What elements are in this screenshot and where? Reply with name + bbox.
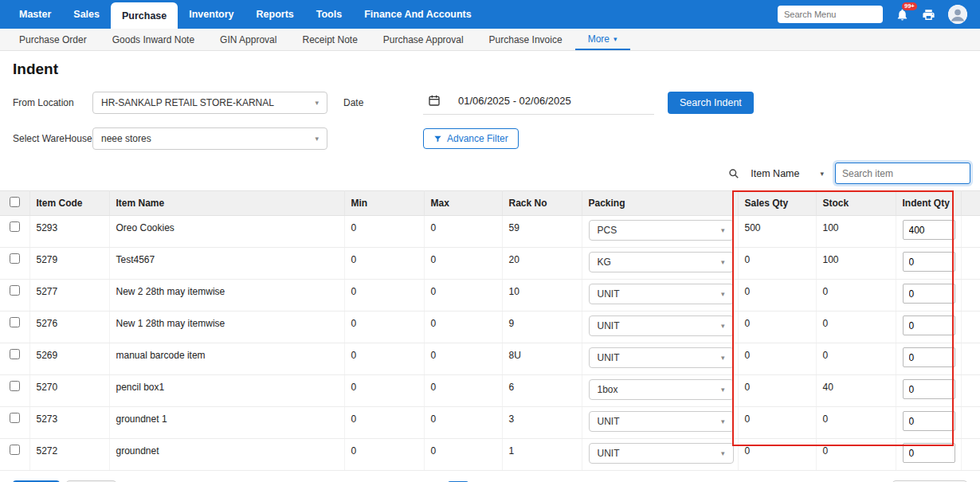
max-cell: 0 xyxy=(424,343,502,375)
notification-badge: 99+ xyxy=(902,2,917,11)
subnav-item-purchase-order[interactable]: Purchase Order xyxy=(6,29,100,50)
rack-no-cell: 9 xyxy=(502,312,582,343)
min-cell: 0 xyxy=(344,216,424,248)
min-cell: 0 xyxy=(344,248,424,280)
packing-value: UNIT xyxy=(598,352,620,363)
advance-filter-button[interactable]: Advance Filter xyxy=(423,128,519,149)
indent-qty-input[interactable] xyxy=(903,284,955,304)
stock-cell: 40 xyxy=(816,375,896,407)
subnav-item-label: Purchase Invoice xyxy=(489,34,563,45)
search-indent-button[interactable]: Search Indent xyxy=(668,92,754,114)
from-location-value: HR-SANKALP RETAIL STORE-KARNAL xyxy=(101,97,274,108)
column-header-item-name: Item Name xyxy=(109,191,344,216)
column-header-sales-qty: Sales Qty xyxy=(738,191,816,216)
from-location-select[interactable]: HR-SANKALP RETAIL STORE-KARNAL ▾ xyxy=(92,92,327,114)
indent-qty-input[interactable] xyxy=(903,347,955,367)
packing-value: 1box xyxy=(598,384,618,395)
filter-row-warehouse: Select WareHouse neee stores ▾ Advance F… xyxy=(13,127,967,150)
packing-select[interactable]: UNIT▾ xyxy=(589,443,734,464)
print-button[interactable] xyxy=(922,8,935,22)
row-spacer-cell xyxy=(961,312,980,343)
avatar[interactable] xyxy=(948,5,967,24)
chevron-down-icon: ▾ xyxy=(315,135,319,143)
subnav-item-receipt-note[interactable]: Receipt Note xyxy=(289,29,370,50)
row-checkbox[interactable] xyxy=(10,381,20,391)
indent-qty-input[interactable] xyxy=(903,252,955,272)
packing-select[interactable]: UNIT▾ xyxy=(589,411,734,432)
rack-no-cell: 59 xyxy=(502,216,582,248)
table-header-row: Item CodeItem NameMinMaxRack NoPackingSa… xyxy=(0,191,980,216)
subnav-item-purchase-invoice[interactable]: Purchase Invoice xyxy=(476,29,575,50)
rack-no-cell: 8U xyxy=(502,343,582,375)
row-checkbox[interactable] xyxy=(10,317,20,327)
item-code-cell: 5293 xyxy=(29,216,109,248)
row-checkbox[interactable] xyxy=(10,445,20,455)
select-all-checkbox[interactable] xyxy=(10,197,20,207)
top-navigation-bar: MasterSalesPurchaseInventoryReportsTools… xyxy=(0,0,980,29)
row-spacer-cell xyxy=(961,343,980,375)
topnav-item-master[interactable]: Master xyxy=(8,0,62,29)
chevron-down-icon: ▾ xyxy=(820,170,824,178)
min-cell: 0 xyxy=(344,343,424,375)
warehouse-label: Select WareHouse xyxy=(13,133,92,144)
rack-no-cell: 20 xyxy=(502,248,582,280)
subnav-item-purchase-approval[interactable]: Purchase Approval xyxy=(370,29,476,50)
subnav-item-label: GIN Approval xyxy=(220,34,276,45)
subnav-item-more[interactable]: More▾ xyxy=(575,29,630,50)
packing-value: UNIT xyxy=(598,448,620,459)
indent-qty-input[interactable] xyxy=(903,220,955,240)
topnav-item-inventory[interactable]: Inventory xyxy=(178,0,245,29)
subnav-item-goods-inward-note[interactable]: Goods Inward Note xyxy=(100,29,207,50)
packing-select[interactable]: UNIT▾ xyxy=(589,347,734,368)
row-checkbox[interactable] xyxy=(10,413,20,423)
topnav-item-purchase[interactable]: Purchase xyxy=(111,2,178,29)
warehouse-select[interactable]: neee stores ▾ xyxy=(92,127,327,150)
row-checkbox[interactable] xyxy=(10,221,20,232)
subnav-items: Purchase OrderGoods Inward NoteGIN Appro… xyxy=(6,29,630,50)
row-spacer-cell xyxy=(961,216,980,248)
date-range-field[interactable]: 01/06/2025 - 02/06/2025 xyxy=(423,91,654,115)
item-code-cell: 5277 xyxy=(29,280,109,312)
column-header-spacer xyxy=(961,191,980,216)
item-search-input[interactable] xyxy=(835,163,970,184)
row-spacer-cell xyxy=(961,407,980,439)
subnav: Purchase OrderGoods Inward NoteGIN Appro… xyxy=(0,29,980,51)
packing-select[interactable]: KG▾ xyxy=(589,252,734,272)
table-row: 5293Oreo Cookies0059PCS▾500100 xyxy=(0,216,980,248)
topnav-item-tools[interactable]: Tools xyxy=(305,0,353,29)
table-body: 5293Oreo Cookies0059PCS▾5001005279Test45… xyxy=(0,216,980,471)
row-checkbox[interactable] xyxy=(10,349,20,359)
row-checkbox[interactable] xyxy=(10,285,20,296)
packing-select[interactable]: UNIT▾ xyxy=(589,315,734,336)
subnav-item-label: Receipt Note xyxy=(302,34,357,45)
subnav-item-gin-approval[interactable]: GIN Approval xyxy=(207,29,289,50)
stock-cell: 0 xyxy=(816,280,896,312)
indent-qty-input[interactable] xyxy=(903,443,955,463)
date-range-value: 01/06/2025 - 02/06/2025 xyxy=(458,95,571,107)
chevron-down-icon: ▾ xyxy=(721,258,725,266)
item-name-cell: groundnet 1 xyxy=(109,407,344,439)
row-spacer-cell xyxy=(961,439,980,471)
packing-select[interactable]: UNIT▾ xyxy=(589,284,734,304)
row-checkbox[interactable] xyxy=(10,253,20,264)
packing-select[interactable]: 1box▾ xyxy=(589,379,734,400)
indent-qty-input[interactable] xyxy=(903,315,955,335)
search-field-select[interactable]: Item Name ▾ xyxy=(746,168,829,179)
topnav-item-sales[interactable]: Sales xyxy=(62,0,111,29)
indent-qty-input[interactable] xyxy=(903,379,955,399)
notifications-button[interactable]: 99+ xyxy=(896,8,909,22)
stock-cell: 100 xyxy=(816,248,896,280)
packing-select[interactable]: PCS▾ xyxy=(589,220,734,241)
filters-section: From Location HR-SANKALP RETAIL STORE-KA… xyxy=(0,84,980,150)
topnav-item-finance-and-accounts[interactable]: Finance And Accounts xyxy=(353,0,483,29)
table-row: 5279Test45670020KG▾0100 xyxy=(0,248,980,280)
date-label: Date xyxy=(343,97,423,108)
rack-no-cell: 6 xyxy=(502,375,582,407)
indent-qty-input[interactable] xyxy=(903,411,955,431)
header-checkbox-cell xyxy=(0,191,29,216)
advance-filter-label: Advance Filter xyxy=(447,133,508,144)
topnav-item-reports[interactable]: Reports xyxy=(245,0,305,29)
chevron-down-icon: ▾ xyxy=(315,99,319,107)
indent-table-wrap: Item CodeItem NameMinMaxRack NoPackingSa… xyxy=(0,190,980,471)
menu-search-input[interactable] xyxy=(778,6,883,23)
